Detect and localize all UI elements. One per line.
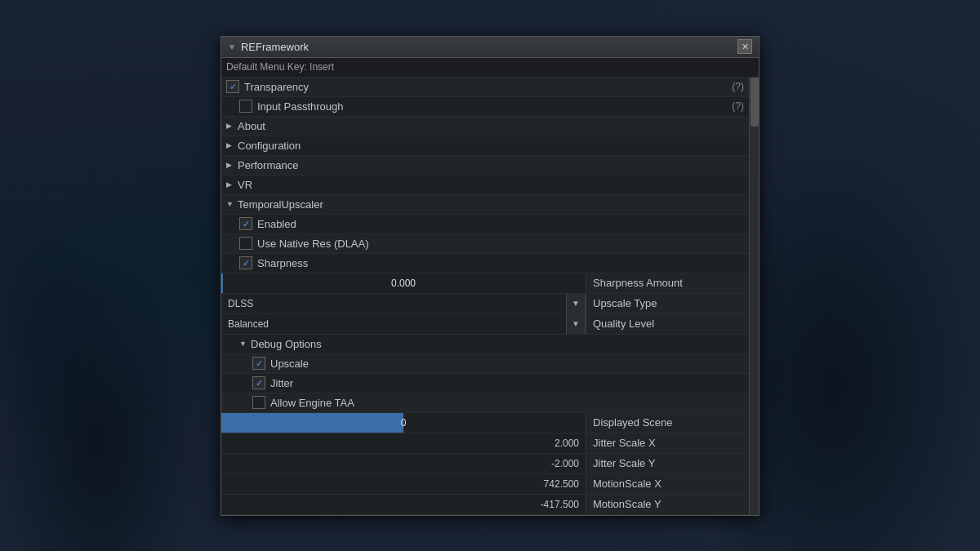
sharpness-row[interactable]: Sharpness bbox=[221, 254, 749, 273]
jitter-scale-x-value[interactable]: 2.000 bbox=[221, 433, 586, 453]
enabled-label: Enabled bbox=[257, 218, 744, 230]
motion-scale-x-row[interactable]: 742.500 MotionScale X bbox=[221, 474, 749, 495]
header-row: Default Menu Key: Insert bbox=[221, 58, 759, 78]
use-native-res-label: Use Native Res (DLAA) bbox=[257, 238, 744, 250]
sharpness-amount-row[interactable]: 0.000 Sharpness Amount bbox=[221, 273, 749, 294]
jitter-label: Jitter bbox=[270, 377, 744, 389]
vr-label: VR bbox=[238, 179, 744, 191]
upscale-label: Upscale bbox=[270, 358, 744, 370]
motion-scale-y-label: MotionScale Y bbox=[586, 495, 749, 514]
upscale-type-arrow[interactable]: ▼ bbox=[566, 294, 586, 313]
main-panel: Transparency (?) Input Passthrough (?) ▶… bbox=[221, 78, 749, 515]
about-arrow: ▶ bbox=[226, 122, 238, 130]
jitter-scale-x-label: Jitter Scale X bbox=[586, 433, 749, 453]
motion-scale-x-label: MotionScale X bbox=[586, 474, 749, 494]
quality-level-arrow[interactable]: ▼ bbox=[566, 314, 586, 334]
jitter-checkbox[interactable] bbox=[252, 376, 265, 389]
upscale-checkbox[interactable] bbox=[252, 357, 265, 370]
vr-row[interactable]: ▶ VR bbox=[221, 176, 749, 195]
vr-arrow: ▶ bbox=[226, 180, 238, 189]
temporal-upscaler-arrow: ▼ bbox=[226, 200, 238, 208]
allow-engine-taa-checkbox[interactable] bbox=[252, 396, 265, 409]
configuration-arrow: ▶ bbox=[226, 141, 238, 149]
sharpness-slider-value: 0.000 bbox=[221, 273, 586, 293]
enabled-row[interactable]: Enabled bbox=[221, 215, 749, 234]
jitter-scale-y-label: Jitter Scale Y bbox=[586, 454, 749, 473]
displayed-scene-slider[interactable]: 0 bbox=[221, 413, 586, 433]
upscale-type-label: Upscale Type bbox=[586, 294, 749, 313]
title-bar: ▼ REFramework ✕ bbox=[221, 37, 759, 58]
motion-scale-x-value[interactable]: 742.500 bbox=[221, 474, 586, 494]
sharpness-slider[interactable]: 0.000 bbox=[221, 273, 586, 293]
debug-options-label: Debug Options bbox=[251, 338, 744, 350]
window-title: REFramework bbox=[241, 41, 309, 53]
jitter-scale-y-row[interactable]: -2.000 Jitter Scale Y bbox=[221, 454, 749, 474]
transparency-row[interactable]: Transparency (?) bbox=[221, 78, 749, 97]
displayed-scene-label: Displayed Scene bbox=[586, 413, 749, 433]
scrollbar[interactable] bbox=[749, 78, 759, 515]
about-row[interactable]: ▶ About bbox=[221, 117, 749, 136]
close-button[interactable]: ✕ bbox=[737, 39, 752, 54]
reframework-window: ▼ REFramework ✕ Default Menu Key: Insert… bbox=[220, 36, 760, 516]
enabled-checkbox[interactable] bbox=[239, 217, 252, 230]
transparency-checkbox[interactable] bbox=[226, 80, 239, 93]
scrollbar-thumb[interactable] bbox=[751, 78, 759, 127]
upscale-type-row[interactable]: DLSS ▼ Upscale Type bbox=[221, 294, 749, 314]
window-icon: ▼ bbox=[228, 42, 236, 51]
transparency-label: Transparency bbox=[244, 81, 728, 93]
use-native-res-row[interactable]: Use Native Res (DLAA) bbox=[221, 234, 749, 254]
performance-label: Performance bbox=[238, 159, 744, 171]
motion-scale-y-value[interactable]: -417.500 bbox=[221, 495, 586, 514]
performance-arrow: ▶ bbox=[226, 161, 238, 169]
jitter-row[interactable]: Jitter bbox=[221, 374, 749, 393]
about-label: About bbox=[238, 120, 744, 132]
debug-options-row[interactable]: ▼ Debug Options bbox=[221, 335, 749, 354]
configuration-row[interactable]: ▶ Configuration bbox=[221, 136, 749, 156]
upscale-type-value[interactable]: DLSS bbox=[221, 294, 566, 313]
sharpness-checkbox[interactable] bbox=[239, 256, 252, 269]
temporal-upscaler-label: TemporalUpscaler bbox=[238, 198, 744, 211]
allow-engine-taa-label: Allow Engine TAA bbox=[270, 397, 744, 409]
configuration-label: Configuration bbox=[238, 140, 744, 152]
sharpness-amount-label: Sharpness Amount bbox=[586, 273, 749, 293]
performance-row[interactable]: ▶ Performance bbox=[221, 156, 749, 176]
quality-level-value[interactable]: Balanced bbox=[221, 314, 566, 334]
transparency-hint: (?) bbox=[732, 81, 744, 92]
input-passthrough-checkbox[interactable] bbox=[239, 100, 252, 113]
displayed-scene-row[interactable]: 0 Displayed Scene bbox=[221, 413, 749, 433]
quality-level-label: Quality Level bbox=[586, 314, 749, 334]
input-passthrough-row[interactable]: Input Passthrough (?) bbox=[221, 97, 749, 117]
allow-engine-taa-row[interactable]: Allow Engine TAA bbox=[221, 393, 749, 413]
temporal-upscaler-row[interactable]: ▼ TemporalUpscaler bbox=[221, 195, 749, 215]
displayed-scene-value: 0 bbox=[221, 413, 586, 433]
default-menu-key-label: Default Menu Key: Insert bbox=[226, 61, 334, 73]
input-passthrough-label: Input Passthrough bbox=[257, 100, 728, 113]
jitter-scale-x-row[interactable]: 2.000 Jitter Scale X bbox=[221, 433, 749, 454]
input-passthrough-hint: (?) bbox=[732, 100, 744, 112]
use-native-res-checkbox[interactable] bbox=[239, 237, 252, 250]
sharpness-label: Sharpness bbox=[257, 257, 744, 269]
jitter-scale-y-value[interactable]: -2.000 bbox=[221, 454, 586, 473]
window-title-area: ▼ REFramework bbox=[228, 41, 309, 53]
content-area: Transparency (?) Input Passthrough (?) ▶… bbox=[221, 78, 759, 515]
motion-scale-y-row[interactable]: -417.500 MotionScale Y bbox=[221, 495, 749, 515]
upscale-row[interactable]: Upscale bbox=[221, 354, 749, 374]
debug-options-arrow: ▼ bbox=[239, 340, 251, 348]
quality-level-row[interactable]: Balanced ▼ Quality Level bbox=[221, 314, 749, 335]
